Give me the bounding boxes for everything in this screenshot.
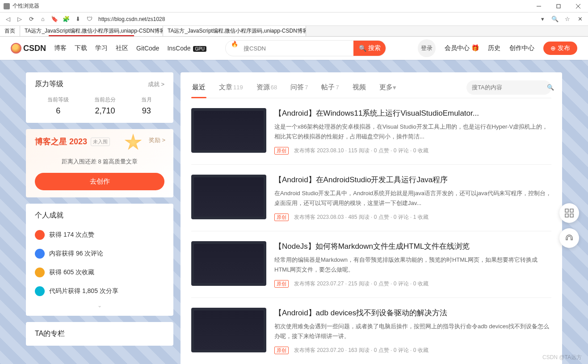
article-desc: 经常用的编辑器是Markdown，有自带预览排版效果功能的，预览的时HTML网页…: [274, 255, 551, 275]
tab-1[interactable]: TA远方_JavaScript编程,微信小程序源码,uniapp-CSDN博客: [20, 26, 163, 36]
svg-rect-6: [565, 214, 568, 217]
star-title: 博客之星 2023 未入围: [35, 136, 164, 147]
nav-gitcode[interactable]: GitCode: [136, 45, 159, 52]
column-title: TA的专栏: [35, 329, 65, 339]
inner-search-input[interactable]: [472, 84, 547, 91]
tab-article[interactable]: 文章119: [218, 77, 244, 98]
reload-button[interactable]: ⟳: [27, 15, 36, 24]
site-logo[interactable]: CSDN: [11, 43, 46, 54]
nav-creator[interactable]: 创作中心: [509, 44, 534, 52]
tab-recent[interactable]: 最近: [191, 77, 206, 98]
tab-video[interactable]: 视频: [352, 77, 367, 98]
article-title: 【NodeJs】如何将Markdown文件生成HTML文件在线浏览: [274, 241, 551, 251]
sidebar: 原力等级 成就 > 当前等级6 当前总分2,710 当月93 博客之星 2023…: [26, 72, 173, 364]
article-item[interactable]: 【Android】adb devices找不到设备驱动的解决方法 初次使用难免会…: [191, 298, 551, 364]
stat-value-2: 93: [141, 106, 152, 116]
star-reward[interactable]: 奖励 >: [149, 136, 165, 144]
gpu-badge: GPU: [193, 46, 206, 52]
nav-download[interactable]: 下载: [75, 44, 87, 52]
original-tag: 原创: [274, 213, 289, 221]
home-button[interactable]: ⌂: [38, 15, 47, 24]
article-desc: 初次使用难免会遇到一些问题，或者换了电脑后操作，按照网上的指导执行命令adb d…: [274, 322, 551, 341]
download-button[interactable]: ⬇: [73, 15, 82, 24]
support-button[interactable]: [559, 228, 579, 248]
original-tag: 原创: [274, 347, 289, 354]
publish-button[interactable]: ⊕ 发布: [543, 42, 577, 55]
qr-button[interactable]: [559, 203, 579, 223]
article-item[interactable]: 【NodeJs】如何将Markdown文件生成HTML文件在线浏览 经常用的编辑…: [191, 231, 551, 298]
app-icon: [4, 3, 10, 9]
original-tag: 原创: [274, 147, 289, 155]
tab-more[interactable]: 更多 ▾: [378, 77, 397, 98]
logo-text: CSDN: [23, 44, 46, 53]
tab-2-label: TA远方_JavaScript编程,微信小程序源码,uniapp-CSDN博客: [168, 27, 306, 35]
star-tag: 未入围: [91, 138, 110, 146]
inner-search: 🔍: [466, 80, 551, 95]
expand-button[interactable]: ⌄: [35, 301, 164, 309]
chevron-down-icon: ▾: [393, 84, 396, 92]
tab-home-label: 首页: [4, 27, 15, 35]
stat-value-0: 6: [47, 106, 69, 116]
star-icon[interactable]: ☆: [563, 15, 572, 24]
original-tag: 原创: [274, 280, 289, 288]
tab-post[interactable]: 帖子7: [320, 77, 340, 98]
site-search-button[interactable]: 🔍 搜索: [353, 41, 386, 56]
level-title: 原力等级: [35, 79, 63, 89]
shield-icon: 🛡: [85, 15, 94, 24]
tab-qa[interactable]: 问答7: [290, 77, 309, 98]
clear-icon[interactable]: ✕: [575, 15, 584, 24]
tab-strip: 首页 TA远方_JavaScript编程,微信小程序源码,uniapp-CSDN…: [0, 26, 588, 37]
minimize-button[interactable]: [529, 0, 549, 13]
tab-2[interactable]: TA远方_JavaScript编程,微信小程序源码,uniapp-CSDN博客: [163, 26, 306, 36]
star-fav-icon: [35, 268, 45, 277]
page-viewport: CSDN 博客 下载 学习 社区 GitCode InsCode GPU 🔥 🔍…: [0, 37, 588, 364]
article-desc: 在Android Studio开发工具中，Android系统开始就是用java语…: [274, 188, 551, 208]
star-desc: 距离入围还差 8 篇高质量文章: [35, 158, 164, 166]
article-thumb: [191, 175, 266, 219]
maximize-button[interactable]: [549, 0, 568, 13]
site-search: 🔥 🔍 搜索: [225, 40, 386, 56]
article-title: 【Android】在Windows11系统上运行VisualStudioEmul…: [274, 108, 551, 118]
search-icon[interactable]: 🔍: [550, 15, 559, 24]
gift-icon: 🎁: [471, 44, 479, 51]
article-thumb: [191, 108, 266, 153]
level-more[interactable]: 成就 >: [148, 80, 164, 88]
forward-button[interactable]: ▷: [15, 15, 24, 24]
back-button[interactable]: ◁: [4, 15, 13, 24]
search-icon[interactable]: 🔍: [547, 84, 554, 91]
window-title: 个性浏览器: [13, 2, 39, 10]
article-item[interactable]: 【Android】在Windows11系统上运行VisualStudioEmul…: [191, 98, 551, 165]
article-item[interactable]: 【Android】在AndroidStudio开发工具运行Java程序 在And…: [191, 165, 551, 231]
comment-icon: [35, 249, 45, 259]
main-content: 最近 文章119 资源68 问答7 帖子7 视频 更多 ▾ 🔍 【Android…: [181, 72, 562, 364]
nav-vip[interactable]: 会员中心 🎁: [445, 44, 479, 52]
code-icon: [35, 286, 45, 296]
extension-button[interactable]: 🧩: [62, 15, 71, 24]
column-card: TA的专栏: [26, 322, 173, 346]
nav-inscode[interactable]: InsCode GPU: [167, 45, 206, 52]
nav-blog[interactable]: 博客: [54, 44, 67, 52]
stat-label-0: 当前等级: [47, 96, 69, 104]
site-nav: CSDN 博客 下载 学习 社区 GitCode InsCode GPU 🔥 🔍…: [0, 37, 588, 60]
tab-resource[interactable]: 资源68: [256, 77, 278, 98]
svg-rect-5: [570, 209, 573, 212]
svg-rect-1: [557, 4, 560, 8]
tab-home[interactable]: 首页: [0, 26, 20, 36]
svg-rect-7: [570, 214, 573, 217]
nav-history[interactable]: 历史: [488, 44, 500, 52]
article-meta: 原创 发布博客 2023.07.27 · 215 阅读 · 0 点赞 · 0 评…: [274, 280, 551, 288]
close-button[interactable]: [568, 0, 588, 13]
login-button[interactable]: 登录: [418, 39, 436, 57]
dropdown-icon[interactable]: ▾: [538, 15, 547, 24]
achieve-item-favs: 获得 605 次收藏: [35, 263, 164, 282]
bookmark-button[interactable]: 🔖: [50, 15, 59, 24]
site-search-input[interactable]: [238, 41, 353, 56]
article-title: 【Android】adb devices找不到设备驱动的解决方法: [274, 308, 551, 318]
url-input[interactable]: [97, 14, 535, 24]
window-titlebar: 个性浏览器: [0, 0, 588, 13]
nav-community[interactable]: 社区: [116, 44, 128, 52]
stat-label-1: 当前总分: [94, 96, 116, 104]
svg-rect-4: [565, 209, 568, 212]
nav-learn[interactable]: 学习: [95, 44, 108, 52]
create-button[interactable]: 去创作: [35, 173, 164, 190]
